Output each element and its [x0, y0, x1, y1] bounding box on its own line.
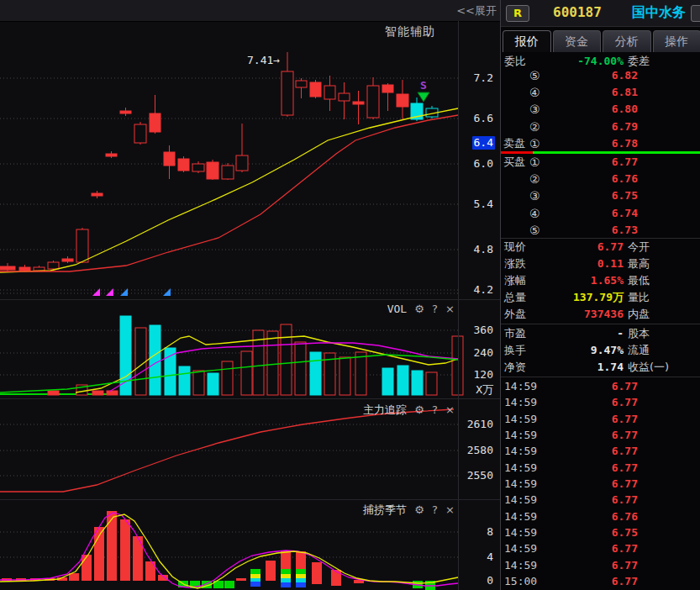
r-badge[interactable]: R	[506, 5, 529, 22]
bulao-close-icon[interactable]: ×	[445, 503, 455, 516]
info-row: 现价 6.77 今开	[501, 239, 700, 255]
bulao-bar-segment	[296, 582, 306, 587]
signal-flag	[163, 288, 171, 296]
volume-bar	[412, 371, 423, 395]
smart-assist-label: 智能辅助	[385, 24, 435, 40]
zhuli-settings-icon[interactable]: ⚙	[414, 403, 424, 416]
tick-time: 14:59	[504, 524, 537, 540]
price-axis-label: 6.4	[472, 136, 495, 150]
order-price: 6.82	[593, 67, 638, 84]
order-level: ②	[529, 119, 545, 135]
tick-row: 14:59 6.77	[501, 460, 700, 476]
tick-row: 14:59 6.76	[501, 508, 700, 524]
tick-price: 6.77	[593, 557, 638, 573]
volume-bar	[397, 366, 408, 395]
tick-price: 6.77	[593, 443, 638, 459]
order-side-label: 买盘	[503, 154, 525, 171]
zhuli-help-icon[interactable]: ?	[432, 403, 438, 416]
vol-settings-icon[interactable]: ⚙	[414, 303, 424, 315]
tick-time: 14:59	[504, 427, 537, 443]
tab-报价[interactable]: 报价	[503, 30, 551, 52]
info-label: 换手	[504, 342, 526, 359]
vol-close-icon[interactable]: ×	[445, 303, 455, 315]
zhuli-close-icon[interactable]: ×	[445, 403, 455, 416]
zhuli-axis-label: 2580	[466, 444, 495, 457]
volume-bar	[92, 391, 103, 395]
stock-header-bar: R 600187 国中水务	[501, 0, 700, 27]
tick-list: 14:59 6.7714:59 6.7714:59 6.7714:59 6.77…	[501, 378, 700, 589]
buy-row[interactable]: ⑤ 6.73	[501, 222, 700, 239]
tick-time: 14:59	[504, 460, 537, 476]
axis-divider	[458, 21, 459, 590]
candle	[282, 71, 293, 115]
tick-row: 14:59 6.77	[501, 492, 700, 508]
info-divider-bottom	[501, 377, 700, 377]
sell-row[interactable]: ③ 6.80	[501, 101, 700, 118]
tick-row: 14:59 6.75	[501, 524, 700, 540]
order-price: 6.80	[593, 101, 638, 118]
tick-time: 14:59	[504, 476, 537, 492]
price-axis-column: 7.26.66.46.05.44.84.2360240120X万26102580…	[459, 21, 500, 590]
vol-axis-label: X万	[474, 383, 495, 397]
bulao-bar	[236, 578, 246, 581]
bulao-bar-segment	[296, 569, 306, 574]
buy-row[interactable]: ③ 6.75	[501, 187, 700, 204]
expand-button[interactable]: <<展开	[456, 3, 497, 18]
sell-row[interactable]: ⑤ 6.82	[501, 67, 700, 84]
bulao-settings-icon[interactable]: ⚙	[414, 503, 424, 516]
sell-row[interactable]: ④ 6.81	[501, 84, 700, 101]
info-value: 9.47%	[551, 342, 624, 359]
sell-row[interactable]: ② 6.79	[501, 119, 700, 135]
tab-操作[interactable]: 操作	[653, 30, 700, 52]
bulao-panel-header: 捕捞季节 ⚙ ? ×	[363, 503, 455, 518]
buy-row[interactable]: ② 6.76	[501, 171, 700, 187]
bulao-bar-segment	[250, 574, 261, 578]
order-price: 6.78	[593, 135, 638, 152]
vol-axis-label: 240	[472, 346, 495, 360]
tab-分析[interactable]: 分析	[603, 30, 651, 52]
tick-row: 14:59 6.77	[501, 378, 700, 394]
vol-axis-label: 120	[472, 368, 495, 382]
info-label: 总量	[504, 289, 526, 306]
tick-row: 14:59 6.77	[501, 443, 700, 459]
volume-bar	[295, 342, 306, 395]
buy-row[interactable]: 买盘 ① 6.77	[501, 154, 700, 171]
tick-time: 14:59	[504, 378, 537, 394]
bulao-axis-label: 8	[485, 525, 495, 539]
order-price: 6.74	[593, 205, 638, 222]
bulao-bar-segment	[250, 569, 261, 574]
bulao-help-icon[interactable]: ?	[432, 503, 438, 516]
candle	[222, 166, 234, 179]
charts-canvas: 7.41→S	[0, 0, 500, 590]
vol-panel-header: VOL ⚙ ? ×	[387, 303, 455, 315]
candle	[382, 85, 393, 92]
bulao-bar	[82, 555, 92, 581]
bulao-bar	[296, 551, 306, 569]
candle	[120, 111, 131, 113]
order-level: ①	[529, 154, 545, 171]
tab-资金[interactable]: 资金	[553, 30, 602, 52]
price-axis-label: 7.2	[472, 71, 495, 85]
buy-row[interactable]: ④ 6.74	[501, 205, 700, 222]
volume-bar	[382, 368, 393, 395]
left-toolbar: <<展开	[0, 0, 500, 22]
corner-button[interactable]	[691, 5, 700, 22]
tick-time: 14:59	[504, 508, 537, 524]
panel-divider-1	[0, 299, 500, 300]
volume-bar	[241, 351, 252, 395]
candle	[19, 267, 30, 271]
info-label: 外盘	[504, 306, 526, 323]
zhuli-panel-header: 主力追踪 ⚙ ? ×	[363, 403, 455, 418]
order-level: ⑤	[529, 67, 545, 84]
candle	[296, 81, 307, 87]
info-value: 1.65%	[551, 272, 624, 289]
tick-row: 14:59 6.77	[501, 557, 700, 573]
info-value: 1.74	[551, 359, 624, 376]
volume-bar	[179, 366, 190, 395]
vol-help-icon[interactable]: ?	[432, 303, 438, 315]
volume-bar	[48, 391, 59, 395]
sell-row[interactable]: 卖盘 ① 6.78	[501, 135, 700, 152]
info-row: 涨跌 0.11 最高	[501, 255, 700, 272]
fundamental-info-block: 市盈 - 股本换手 9.47% 流通净资 1.74 收益(一)	[501, 325, 700, 376]
info-row: 换手 9.47% 流通	[501, 342, 700, 359]
